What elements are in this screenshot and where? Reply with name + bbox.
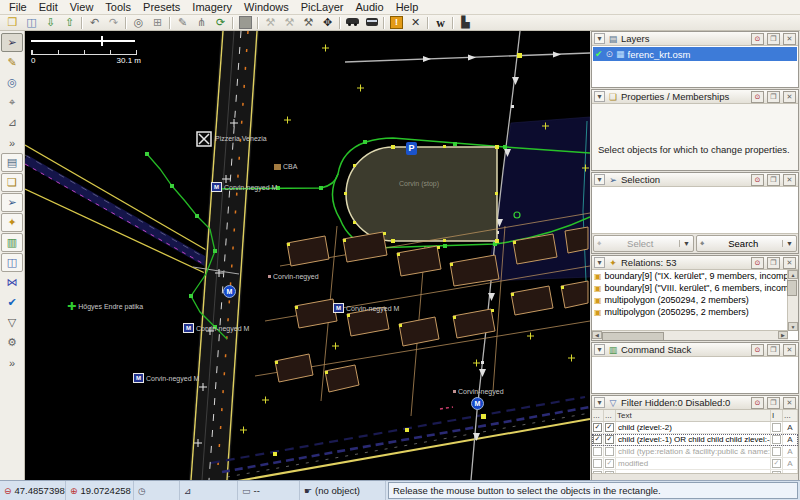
toggle-properties[interactable]: ❏ xyxy=(1,173,23,192)
follow-line-button[interactable]: ⋔ xyxy=(192,16,211,30)
relation-row[interactable]: ▣boundary[9] ("IX. kerület", 9 members, … xyxy=(592,270,788,282)
detach-button[interactable]: ❐ xyxy=(767,397,780,409)
layer-visibility-icon[interactable]: ⊙ xyxy=(606,49,614,59)
menu-view[interactable]: View xyxy=(64,0,100,14)
draw-node-tool[interactable]: ✎ xyxy=(1,53,23,72)
collapse-icon[interactable]: ▾ xyxy=(594,33,605,44)
redo-button[interactable]: ↷ xyxy=(104,16,123,30)
menu-presets[interactable]: Presets xyxy=(137,0,186,14)
collapse-icon[interactable]: ▾ xyxy=(594,257,605,268)
menu-edit[interactable]: Edit xyxy=(33,0,64,14)
detach-button[interactable]: ❐ xyxy=(767,344,780,356)
filter-checkbox[interactable]: ✓ xyxy=(605,459,614,468)
open-button[interactable]: ❒ xyxy=(3,16,22,30)
filter-column-header[interactable]: ... xyxy=(604,410,616,421)
selected-node-marker[interactable] xyxy=(197,132,211,146)
filter-checkbox[interactable]: ✓ xyxy=(605,423,614,432)
improve-accuracy-tool[interactable]: ⌖ xyxy=(1,93,23,112)
validator-button[interactable]: ⋈ xyxy=(1,273,23,292)
vertical-scrollbar[interactable]: ▲ ▼ xyxy=(787,270,798,331)
layer-active-check-icon[interactable]: ✔ xyxy=(595,49,603,59)
preferences-button[interactable]: ⊞ xyxy=(148,16,167,30)
merge-tool-1[interactable]: ⚒ xyxy=(261,16,280,30)
collapse-icon[interactable]: ▾ xyxy=(594,344,605,355)
map-label-corvin-negyed-m[interactable]: MCorvin-negyed M xyxy=(211,182,277,192)
wikipedia-button[interactable]: w xyxy=(431,16,450,30)
dropdown-arrow-icon[interactable]: ▼ xyxy=(782,240,793,247)
toggle-filter[interactable]: ◫ xyxy=(1,253,23,272)
scroll-right-arrow[interactable]: ▶ xyxy=(778,331,788,339)
map-label-corvin-stop-[interactable]: Corvin (stop) xyxy=(399,180,439,187)
toggle-layers[interactable]: ▤ xyxy=(1,153,23,172)
filter-column-header[interactable]: Text xyxy=(616,410,771,421)
layer-row[interactable]: ✔ ⊙ ▦ ferenc_krt.osm xyxy=(593,47,797,61)
chart-button[interactable]: ▙ xyxy=(456,16,475,30)
update-data-button[interactable]: ⟳ xyxy=(211,16,230,30)
close-button[interactable]: ✕ xyxy=(783,257,796,269)
car-routing-button[interactable] xyxy=(343,16,362,30)
map-icon-metro-circle[interactable]: M xyxy=(223,285,236,298)
warning-button[interactable]: ! xyxy=(387,16,406,30)
filter-checkbox[interactable]: ✓ xyxy=(593,423,602,432)
pan-button[interactable]: ✥ xyxy=(318,16,337,30)
search-button[interactable]: ⌖ Search ▼ xyxy=(696,235,797,252)
dropdown-arrow-icon[interactable]: ▼ xyxy=(679,240,690,247)
toggle-selection[interactable]: ➢ xyxy=(1,193,23,212)
map-canvas[interactable]: 0 30.1 m Pizzeria VeneziaCBAMCorvin-negy… xyxy=(25,31,590,480)
more-tools[interactable]: » xyxy=(1,133,23,152)
filter-checkbox[interactable] xyxy=(772,435,781,444)
sticky-button[interactable]: ⊙ xyxy=(751,257,764,269)
more-buttons[interactable]: » xyxy=(1,353,23,372)
filter-checkbox[interactable] xyxy=(772,423,781,432)
sticky-button[interactable]: ⊙ xyxy=(751,33,764,45)
toggle-commandstack[interactable]: ▥ xyxy=(1,233,23,252)
select-button[interactable]: ⌖ Select ▼ xyxy=(593,235,694,252)
menu-help[interactable]: Help xyxy=(390,0,425,14)
menu-imagery[interactable]: Imagery xyxy=(186,0,238,14)
filter-column-header[interactable]: ... xyxy=(783,410,798,421)
filter-checkbox[interactable] xyxy=(593,447,602,456)
collapse-icon[interactable]: ▾ xyxy=(594,174,605,185)
filter-row[interactable]: ✓escalator_end:yes AND ( child zlevel:-1… xyxy=(592,470,798,473)
download-button[interactable]: ⇩ xyxy=(41,16,60,30)
scrollbar-thumb[interactable] xyxy=(602,332,664,340)
menu-windows[interactable]: Windows xyxy=(238,0,295,14)
close-button[interactable]: ✕ xyxy=(783,397,796,409)
merge-tool-2[interactable]: ⚒ xyxy=(280,16,299,30)
zoom-to-selection-button[interactable]: ◎ xyxy=(129,16,148,30)
menu-file[interactable]: File xyxy=(3,0,33,14)
filter-column-header[interactable]: ... xyxy=(592,410,604,421)
close-button[interactable]: ✕ xyxy=(783,91,796,103)
filter-checkbox[interactable]: ✓ xyxy=(772,459,781,468)
filter-checkbox[interactable]: ✓ xyxy=(772,471,781,473)
filter-checkbox[interactable]: ✓ xyxy=(593,435,602,444)
filter-checkbox[interactable] xyxy=(593,459,602,468)
save-button[interactable]: ◫ xyxy=(22,16,41,30)
map-label-corvin-negyed-m[interactable]: MCorvin-negyed M xyxy=(333,303,399,313)
scroll-down-arrow[interactable]: ▼ xyxy=(788,322,798,331)
command-stack-list[interactable] xyxy=(592,357,798,393)
filter-checkbox[interactable] xyxy=(772,447,781,456)
select-tool[interactable]: ➢ xyxy=(1,33,23,52)
map-svg[interactable] xyxy=(25,31,590,480)
tram-street[interactable] xyxy=(25,145,222,281)
toggle-relations[interactable]: ✦ xyxy=(1,213,23,232)
filter-row[interactable]: ✓modified✓A xyxy=(592,458,798,470)
horizontal-scrollbar[interactable]: ◀ ▶ xyxy=(592,330,788,340)
southeast-road[interactable] xyxy=(211,397,590,480)
check-button[interactable]: ✔ xyxy=(1,293,23,312)
filter-column-header[interactable]: I xyxy=(771,410,783,421)
menu-tools[interactable]: Tools xyxy=(99,0,137,14)
menu-piclayer[interactable]: PicLayer xyxy=(295,0,350,14)
relation-row[interactable]: ▣multipolygon (2050295, 2 members) xyxy=(592,306,788,318)
selection-list[interactable] xyxy=(592,187,798,233)
detach-button[interactable]: ❐ xyxy=(767,33,780,45)
scroll-left-arrow[interactable]: ◀ xyxy=(592,331,602,339)
menu-audio[interactable]: Audio xyxy=(350,0,390,14)
zoom-tool[interactable]: ◎ xyxy=(1,73,23,92)
filter-row[interactable]: child (type:relation & facility:public &… xyxy=(592,446,798,458)
collapse-icon[interactable]: ▾ xyxy=(594,91,605,102)
settings-gear-button[interactable]: ⚙ xyxy=(1,333,23,352)
merge-tool-3[interactable]: ⚒ xyxy=(299,16,318,30)
map-label-corvin-negyed-m[interactable]: MCorvin-negyed M xyxy=(133,373,199,383)
